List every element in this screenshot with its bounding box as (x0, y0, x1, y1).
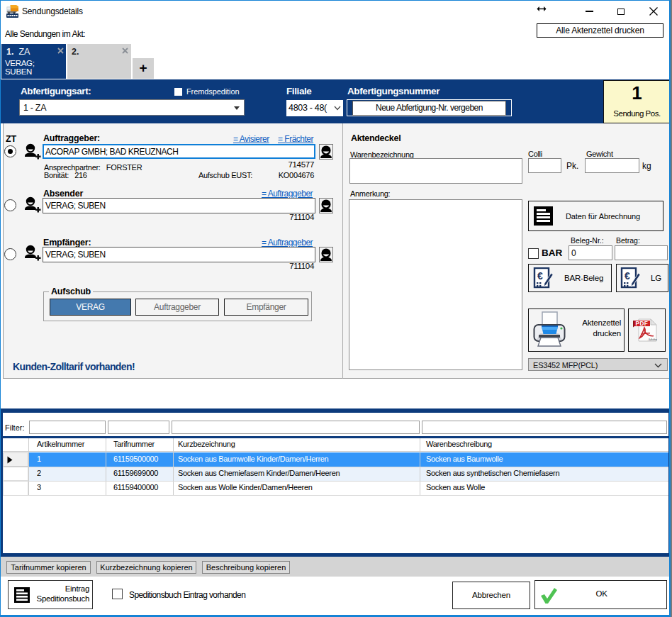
svg-text:€: € (537, 270, 543, 282)
svg-text:PDF: PDF (636, 321, 649, 327)
svg-text:€: € (625, 270, 630, 282)
svg-text:Adobe: Adobe (647, 338, 658, 341)
